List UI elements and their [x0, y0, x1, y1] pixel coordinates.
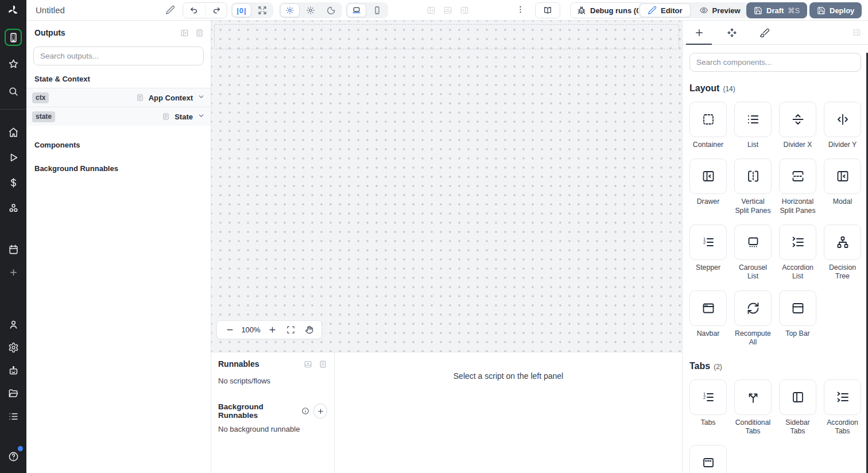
sidebar-item-folders[interactable] [5, 385, 22, 402]
runnables-panel: Runnables No scripts/flows Background Ru… [211, 352, 335, 473]
component-card-recompute-all[interactable]: Recompute All [734, 290, 772, 347]
component-card-partial[interactable] [689, 445, 727, 473]
fit-view-button[interactable] [281, 322, 300, 338]
vertical-split-icon [734, 158, 772, 194]
sidebar-item-settings[interactable] [5, 339, 22, 356]
component-card-carousel-list[interactable]: Carousel List [734, 224, 772, 281]
stepper-icon: 12 [689, 224, 727, 260]
no-scripts-text: No scripts/flows [218, 377, 327, 385]
pencil-icon [165, 5, 175, 15]
theme-light-button[interactable] [301, 3, 320, 17]
component-card-accordion-tabs[interactable]: Accordion Tabs [824, 379, 861, 436]
component-card-navbar[interactable]: Navbar [689, 290, 727, 347]
component-card-conditional-tabs[interactable]: Conditional Tabs [734, 379, 772, 436]
sidebar-item-resources[interactable] [5, 199, 22, 216]
zoom-reset-group: |0| [231, 2, 273, 18]
expand-icon [258, 6, 267, 15]
add-background-runnable-button[interactable] [313, 404, 327, 418]
component-card-divider-y[interactable]: Divider Y [824, 102, 861, 149]
component-card-sidebar-tabs[interactable]: Sidebar Tabs [779, 379, 816, 436]
laptop-icon [352, 6, 361, 15]
zoom-in-button[interactable] [263, 322, 281, 338]
search-components-input[interactable] [689, 53, 861, 72]
component-card-vertical-split-panes[interactable]: Vertical Split Panes [734, 158, 772, 215]
component-card-decision-tree[interactable]: Decision Tree [824, 224, 861, 281]
component-card-modal[interactable]: Modal [824, 158, 861, 215]
dollar-icon [8, 177, 19, 188]
component-card-label: Drawer [697, 197, 720, 206]
component-card-tabs[interactable]: 12Tabs [689, 379, 727, 436]
ctx-row[interactable]: ctx App Context [26, 88, 211, 107]
theme-dark-button[interactable] [321, 3, 341, 17]
more-menu-button[interactable] [516, 5, 525, 14]
component-card-label: Sidebar Tabs [779, 418, 816, 436]
component-card-drawer[interactable]: Drawer [689, 158, 727, 215]
theme-toggle-group [279, 2, 342, 18]
plus-icon [8, 267, 19, 278]
component-card-list[interactable]: List [734, 102, 772, 149]
expand-canvas-button[interactable] [253, 3, 272, 17]
sidebar-item-users[interactable] [5, 316, 22, 333]
component-card-label: Divider Y [828, 141, 857, 149]
search-outputs-input[interactable] [33, 46, 204, 65]
state-row[interactable]: state State [26, 107, 211, 126]
doc-list-icon[interactable] [195, 29, 204, 37]
sidebar-item-more[interactable] [5, 263, 22, 281]
sidebar-item-favorites[interactable] [5, 55, 22, 72]
preview-tab[interactable]: Preview [692, 3, 748, 17]
debug-runs-button[interactable]: Debug runs (0) [570, 2, 650, 18]
component-card-accordion-list[interactable]: Accordion List [779, 224, 816, 281]
editor-tab[interactable]: Editor [640, 3, 691, 17]
collapse-panel-right-icon[interactable] [852, 28, 861, 37]
component-card-container[interactable]: Container [689, 102, 727, 149]
component-card-divider-x[interactable]: Divider X [779, 102, 816, 149]
tab-insert-component[interactable] [683, 21, 715, 44]
divider-y-icon [824, 102, 861, 137]
chevron-down-icon[interactable] [197, 112, 205, 119]
sidebar-item-schedules[interactable] [5, 241, 22, 258]
docs-button[interactable] [535, 2, 560, 18]
collapse-panel-bottom-icon[interactable] [304, 360, 312, 369]
redo-button[interactable] [205, 3, 227, 18]
device-desktop-button[interactable] [347, 3, 366, 17]
app-canvas[interactable]: 100% [211, 21, 682, 352]
component-card-horizontal-split-panes[interactable]: Horizontal Split Panes [779, 158, 816, 215]
panel-left-icon[interactable] [427, 6, 436, 15]
device-mobile-button[interactable] [367, 3, 387, 17]
component-card-label: Container [693, 141, 723, 149]
component-card-label: Tabs [701, 418, 716, 427]
zoom-out-button[interactable] [220, 322, 239, 338]
component-card-label: List [747, 141, 758, 149]
scan-icon [286, 325, 295, 334]
undo-button[interactable] [183, 3, 205, 18]
deploy-button[interactable]: Deploy [809, 2, 862, 18]
sidebar-item-logs[interactable] [5, 408, 22, 425]
sidebar-item-search[interactable] [5, 83, 22, 100]
edit-title-button[interactable] [165, 5, 175, 15]
collapse-panel-left-icon[interactable] [180, 29, 189, 37]
doc-list-icon[interactable] [319, 360, 327, 369]
components-heading: Components [34, 141, 211, 149]
theme-auto-button[interactable] [280, 3, 300, 17]
draft-button[interactable]: Draft⌘S [746, 2, 807, 18]
home-icon [8, 127, 19, 138]
sidebar-item-home[interactable] [5, 123, 22, 141]
tab-component-settings[interactable] [715, 21, 748, 44]
zoom-reset-button[interactable]: |0| [232, 3, 251, 17]
sidebar-item-runs[interactable] [5, 149, 22, 166]
tab-styling[interactable] [748, 21, 781, 44]
pan-button[interactable] [300, 322, 318, 338]
component-card-top-bar[interactable]: Top Bar [779, 290, 816, 347]
resources-icon [8, 203, 19, 214]
canvas-drop-zone[interactable] [214, 24, 679, 49]
sidebar-item-apps[interactable] [5, 29, 22, 46]
windmill-logo-icon[interactable] [0, 0, 26, 21]
panel-bottom-icon[interactable] [443, 6, 452, 15]
sidebar-item-workers[interactable] [5, 362, 22, 379]
app-title: Untitled [36, 5, 65, 15]
gear-icon [8, 342, 19, 353]
chevron-down-icon[interactable] [197, 93, 205, 100]
component-card-stepper[interactable]: 12Stepper [689, 224, 727, 281]
sidebar-item-variables[interactable] [5, 174, 22, 191]
panel-right-icon[interactable] [460, 6, 469, 15]
